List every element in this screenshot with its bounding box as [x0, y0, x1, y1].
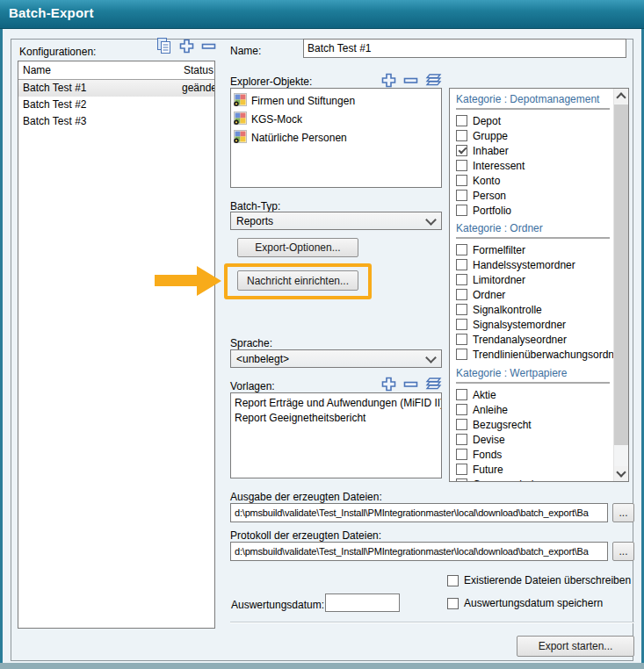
checkbox[interactable] — [456, 404, 467, 415]
stack-icon[interactable] — [424, 376, 443, 392]
export-options-button[interactable]: Export-Optionen... — [237, 238, 358, 257]
category-checkbox-row[interactable]: Konto — [456, 173, 610, 188]
category-checkbox-row[interactable]: Anleihe — [456, 402, 610, 417]
category-checkbox-row[interactable]: Handelssystemordner — [456, 257, 610, 272]
checkbox[interactable] — [447, 575, 459, 586]
checkbox[interactable] — [456, 115, 467, 126]
overwrite-files-checkbox[interactable]: Existierende Dateien überschreiben — [447, 574, 631, 586]
checkbox[interactable] — [456, 419, 467, 430]
output-browse-button[interactable]: ... — [612, 503, 634, 522]
checkbox[interactable] — [456, 478, 467, 482]
category-checkbox-row[interactable]: Gruppe — [456, 128, 610, 143]
batch-type-select[interactable]: Reports — [230, 212, 442, 230]
language-label: Sprache: — [230, 337, 272, 349]
template-list-item[interactable]: Report Erträge und Aufwendungen (MiFID I… — [231, 396, 441, 411]
checkbox[interactable] — [456, 145, 467, 156]
template-list-item[interactable]: Report Geeignetheitsbericht — [231, 411, 441, 426]
explorer-object-item[interactable]: Firmen und Stiftungen — [231, 91, 441, 110]
save-evaluation-date-checkbox[interactable]: Auswertungsdatum speichern — [447, 597, 603, 609]
checkbox[interactable] — [456, 259, 467, 270]
scrollbar-thumb[interactable] — [614, 104, 628, 445]
category-title-wertpapiere: Kategorie : Wertpapiere — [456, 367, 610, 380]
explorer-object-item[interactable]: Natürliche Personen — [231, 128, 441, 147]
checkbox[interactable] — [456, 464, 467, 475]
explorer-object-label: Natürliche Personen — [251, 132, 347, 144]
language-select[interactable]: <unbelegt> — [230, 349, 442, 368]
category-checkbox-row[interactable]: Trendanalyseordner — [456, 332, 610, 347]
category-checkbox-row[interactable]: Interessent — [456, 158, 610, 173]
chevron-down-icon — [425, 352, 437, 363]
category-checkbox-row[interactable]: Signalkontrolle — [456, 302, 610, 317]
checkbox[interactable] — [447, 598, 459, 609]
column-status[interactable]: Status — [184, 61, 213, 79]
explorer-object-label: KGS-Mock — [251, 113, 302, 126]
start-export-button[interactable]: Export starten... — [517, 636, 634, 657]
checkbox[interactable] — [456, 160, 467, 171]
category-checkbox-row[interactable]: Devise — [456, 432, 610, 447]
category-scrollbar[interactable] — [613, 89, 628, 481]
column-name[interactable]: Name — [23, 61, 51, 79]
category-divider — [456, 382, 610, 384]
minus-icon[interactable] — [402, 72, 419, 89]
category-checkbox-row[interactable]: Aktie — [456, 387, 610, 402]
checkbox[interactable] — [456, 289, 467, 300]
checkbox[interactable] — [456, 434, 467, 445]
category-checkbox-row[interactable]: Person — [456, 188, 610, 203]
checkbox-label: Devise — [473, 434, 505, 446]
minus-icon[interactable] — [200, 38, 217, 54]
checkbox[interactable] — [456, 349, 467, 360]
category-checkbox-row[interactable]: Depot — [456, 113, 610, 128]
category-checkbox-row[interactable]: Genussschein — [456, 477, 610, 482]
checkbox-label: Signalsystemordner — [473, 319, 566, 331]
checkbox[interactable] — [456, 319, 467, 330]
stack-icon[interactable] — [424, 72, 443, 89]
template-items: Report Erträge und Aufwendungen (MiFID I… — [231, 396, 441, 426]
protocol-browse-button[interactable]: ... — [612, 542, 634, 561]
setup-message-button[interactable]: Nachricht einrichten... — [237, 270, 358, 291]
protocol-files-label: Protokoll der erzeugten Dateien: — [230, 529, 381, 542]
name-input[interactable] — [303, 39, 626, 58]
checkbox[interactable] — [456, 274, 467, 285]
configurations-list: Name Status Batch Test #1 geände Batch T… — [18, 61, 215, 629]
scroll-up-button[interactable] — [614, 89, 628, 104]
checkbox[interactable] — [456, 304, 467, 315]
config-list-row[interactable]: Batch Test #3 — [18, 113, 214, 130]
arrow-head-annotation — [197, 266, 221, 296]
explorer-object-item[interactable]: KGS-Mock — [231, 110, 441, 128]
category-checkbox-row[interactable]: Bezugsrecht — [456, 417, 610, 432]
checkbox[interactable] — [456, 205, 467, 216]
evaluation-date-input[interactable] — [325, 593, 400, 612]
category-checkbox-row[interactable]: Ordner — [456, 287, 610, 302]
checkbox[interactable] — [456, 190, 467, 201]
category-checkbox-row[interactable]: Fonds — [456, 447, 610, 462]
checkbox-label: Limitordner — [473, 274, 525, 286]
category-checkbox-row[interactable]: Limitordner — [456, 272, 610, 287]
checkbox[interactable] — [456, 175, 467, 186]
protocol-path-input[interactable] — [230, 542, 608, 561]
plus-icon[interactable] — [178, 38, 195, 54]
plus-icon[interactable] — [380, 376, 397, 392]
category-checkbox-row[interactable]: Signalsystemordner — [456, 317, 610, 332]
output-path-input[interactable] — [230, 503, 608, 522]
checkbox[interactable] — [456, 334, 467, 345]
checkbox[interactable] — [456, 130, 467, 141]
config-list-row[interactable]: Batch Test #2 — [18, 97, 214, 113]
checkbox[interactable] — [456, 389, 467, 400]
config-row-name: Batch Test #3 — [23, 113, 87, 130]
category-checkbox-row[interactable]: Portfolio — [456, 203, 610, 218]
plus-icon[interactable] — [380, 72, 397, 89]
copy-icon[interactable] — [155, 37, 173, 55]
templates-toolbar — [380, 376, 443, 392]
config-list-row[interactable]: Batch Test #1 geände — [18, 80, 214, 97]
category-checkbox-row[interactable]: Trendlinienüberwachungsordner — [456, 347, 610, 362]
category-checkbox-row[interactable]: Formelfilter — [456, 242, 610, 257]
checkbox[interactable] — [456, 449, 467, 460]
name-label: Name: — [230, 45, 261, 57]
category-items-wertpapiere: Aktie Anleihe Bezugsrecht Devise Fonds F… — [456, 387, 610, 482]
category-checkbox-row[interactable]: Future — [456, 462, 610, 477]
minus-icon[interactable] — [402, 376, 419, 392]
checkbox[interactable] — [456, 244, 467, 255]
batch-export-dialog: Batch-Export Konfigurationen: — [0, 0, 644, 669]
category-checkbox-row[interactable]: Inhaber — [456, 143, 610, 158]
scroll-down-button[interactable] — [614, 466, 628, 481]
